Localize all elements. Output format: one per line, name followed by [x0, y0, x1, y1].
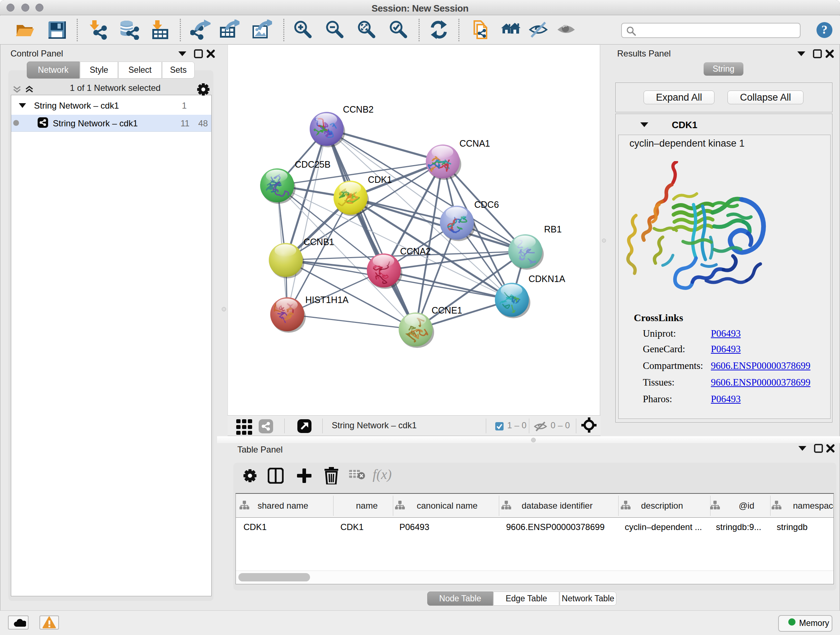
svg-text:CDC25B: CDC25B [295, 159, 331, 169]
svg-text:?: ? [821, 23, 828, 36]
svg-text:CCNA2: CCNA2 [400, 246, 431, 256]
svg-text:CCNE1: CCNE1 [431, 305, 462, 315]
svg-text:CDKN1A: CDKN1A [529, 274, 565, 284]
svg-text:RB1: RB1 [544, 224, 562, 234]
svg-text:CDK1: CDK1 [368, 174, 392, 185]
svg-text:CCNB2: CCNB2 [343, 104, 374, 114]
svg-text:CDC6: CDC6 [474, 200, 499, 210]
svg-text:CCNB1: CCNB1 [303, 237, 334, 247]
svg-text:CCNA1: CCNA1 [459, 138, 490, 149]
svg-text:HIST1H1A: HIST1H1A [305, 295, 349, 305]
